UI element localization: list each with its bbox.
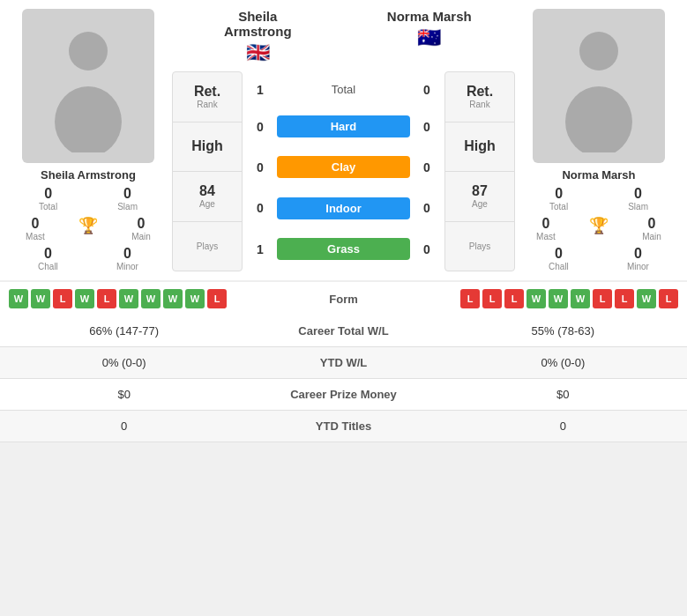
- center-block: SheilaArmstrong 🇬🇧 Norma Marsh 🇦🇺 Ret. R…: [172, 9, 515, 271]
- right-stat-slam: 0 Slam: [628, 186, 648, 212]
- left-player-avatar: [22, 9, 154, 163]
- left-player-name-center: SheilaArmstrong: [224, 9, 292, 39]
- left-stat-minor: 0 Minor: [116, 246, 138, 271]
- right-player-stats-2: 0 Mast 🏆 0 Main: [519, 216, 678, 241]
- left-form-badge: W: [9, 289, 28, 308]
- right-stat-total: 0 Total: [549, 186, 568, 212]
- right-center-stats-col: Ret. Rank High 87 Age Plays: [444, 71, 515, 271]
- right-stat-mast: 0 Mast: [536, 216, 556, 241]
- stats-row: 0% (0-0)YTD W/L0% (0-0): [0, 347, 687, 379]
- left-form-badge: W: [119, 289, 138, 308]
- right-flag: 🇦🇺: [417, 26, 441, 49]
- hard-badge: Hard: [277, 115, 410, 137]
- stats-row: 66% (147-77)Career Total W/L55% (78-63): [0, 315, 687, 347]
- right-plays-block: Plays: [445, 222, 514, 271]
- surface-row-clay: 0 Clay 0: [247, 153, 440, 181]
- left-name-center: SheilaArmstrong 🇬🇧: [172, 9, 344, 64]
- total-label: Total: [273, 83, 414, 96]
- stats-row: $0Career Prize Money$0: [0, 379, 687, 411]
- right-form-badge: L: [615, 289, 634, 308]
- left-form-badge: L: [53, 289, 72, 308]
- right-player-name: Norma Marsh: [562, 168, 635, 182]
- left-flag: 🇬🇧: [246, 41, 270, 64]
- indoor-badge: Indoor: [277, 197, 410, 219]
- stats-center-label: Career Prize Money: [248, 379, 438, 411]
- left-form-badges: WWLWLWWWWL: [9, 289, 227, 308]
- clay-badge: Clay: [277, 156, 410, 178]
- right-stat-main: 0 Main: [642, 216, 661, 241]
- stats-center-label: YTD W/L: [248, 347, 438, 379]
- stats-left-val: $0: [0, 379, 248, 411]
- left-stat-total: 0 Total: [39, 186, 57, 212]
- stats-left-val: 0: [0, 411, 248, 442]
- left-form-badge: L: [97, 289, 116, 308]
- surface-row-grass: 1 Grass 0: [247, 235, 440, 263]
- left-center-stats-col: Ret. Rank High 84 Age Plays: [172, 71, 243, 271]
- stats-right-val: 0% (0-0): [439, 347, 687, 379]
- stats-left-val: 0% (0-0): [0, 347, 248, 379]
- left-form-badge: W: [141, 289, 161, 308]
- right-form-badge: W: [637, 289, 656, 308]
- right-rank-block: Ret. Rank: [445, 72, 514, 122]
- stats-center-label: YTD Titles: [248, 411, 438, 442]
- right-form-badge: W: [571, 289, 590, 308]
- svg-point-0: [69, 32, 108, 71]
- left-silhouette-icon: [44, 20, 132, 152]
- left-form-badge: W: [163, 289, 183, 308]
- surface-row-hard: 0 Hard 0: [247, 113, 440, 140]
- right-form-badge: L: [482, 289, 502, 308]
- right-form-badge: L: [460, 289, 480, 308]
- left-plays-block: Plays: [173, 222, 242, 271]
- right-player-stats-3: 0 Chall 0 Minor: [519, 246, 678, 271]
- left-form-badge: L: [207, 289, 227, 308]
- right-player-stats: 0 Total 0 Slam: [519, 186, 678, 212]
- left-stat-chall: 0 Chall: [38, 246, 58, 271]
- left-stat-mast: 0 Mast: [26, 216, 45, 241]
- svg-point-1: [55, 86, 122, 152]
- top-section: Sheila Armstrong 0 Total 0 Slam 0 Mast 🏆: [0, 0, 687, 280]
- left-form-badge: W: [75, 289, 94, 308]
- svg-point-3: [565, 86, 632, 152]
- grass-badge: Grass: [277, 238, 410, 260]
- stats-right-val: 0: [439, 411, 687, 442]
- left-player-stats-2: 0 Mast 🏆 0 Main: [9, 216, 168, 241]
- left-stat-slam: 0 Slam: [117, 186, 138, 212]
- left-age-block: 84 Age: [173, 172, 242, 222]
- surface-row-indoor: 0 Indoor 0: [247, 195, 440, 222]
- right-form-badge: L: [659, 289, 678, 308]
- right-form-badges: LLLWWWLLWL: [460, 289, 678, 308]
- stats-row: 0YTD Titles0: [0, 411, 687, 442]
- right-form-badge: W: [549, 289, 568, 308]
- stats-left-val: 66% (147-77): [0, 315, 248, 347]
- stats-table: 66% (147-77)Career Total W/L55% (78-63)0…: [0, 315, 687, 442]
- surfaces-middle: 1 Total 0 0 Hard 0 0 Clay 0: [247, 71, 440, 271]
- left-form-badge: W: [185, 289, 205, 308]
- right-silhouette-icon: [555, 20, 643, 152]
- svg-point-2: [579, 32, 618, 71]
- right-stat-minor: 0 Minor: [627, 246, 649, 271]
- center-names-row: SheilaArmstrong 🇬🇧 Norma Marsh 🇦🇺: [172, 9, 515, 64]
- left-form-badge: W: [31, 289, 50, 308]
- surfaces-area: Ret. Rank High 84 Age Plays: [172, 71, 515, 271]
- right-player-avatar: [533, 9, 665, 163]
- stats-center-label: Career Total W/L: [248, 315, 438, 347]
- right-high-block: High: [445, 122, 514, 173]
- right-form-badge: L: [504, 289, 524, 308]
- left-player-block: Sheila Armstrong 0 Total 0 Slam 0 Mast 🏆: [9, 9, 168, 271]
- stats-right-val: 55% (78-63): [439, 315, 687, 347]
- right-player-name-center: Norma Marsh: [387, 9, 472, 24]
- left-player-stats: 0 Total 0 Slam: [9, 186, 168, 212]
- left-player-name: Sheila Armstrong: [41, 168, 136, 182]
- right-stat-chall: 0 Chall: [549, 246, 569, 271]
- surface-row-total: 1 Total 0: [247, 80, 440, 100]
- left-player-stats-3: 0 Chall 0 Minor: [9, 246, 168, 271]
- stats-right-val: $0: [439, 379, 687, 411]
- right-name-center: Norma Marsh 🇦🇺: [344, 9, 516, 49]
- right-player-block: Norma Marsh 0 Total 0 Slam 0 Mast 🏆: [519, 9, 678, 271]
- main-container: Sheila Armstrong 0 Total 0 Slam 0 Mast 🏆: [0, 0, 687, 442]
- right-age-block: 87 Age: [445, 172, 514, 222]
- right-form-badge: L: [593, 289, 612, 308]
- form-label: Form: [300, 293, 388, 306]
- left-rank-block: Ret. Rank: [173, 72, 242, 122]
- right-form-badge: W: [526, 289, 546, 308]
